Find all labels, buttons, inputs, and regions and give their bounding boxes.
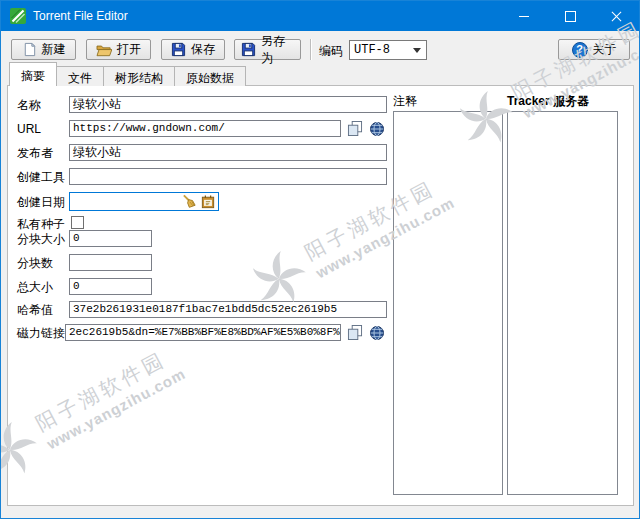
encoding-label: 编码 [319, 43, 343, 60]
clear-broom-icon[interactable] [182, 194, 197, 209]
created-date-label: 创健日期 [17, 194, 65, 210]
publisher-field[interactable]: 绿软小站 [69, 144, 387, 161]
new-document-icon [22, 42, 37, 57]
new-button-label: 新建 [42, 41, 66, 58]
about-button-label: 关于 [593, 41, 617, 58]
copy-icon [347, 325, 363, 340]
close-button[interactable] [593, 1, 639, 31]
url-label: URL [17, 121, 41, 137]
hash-field[interactable]: 37e2b261931e0187f1bac7e1bdd5dc52ec2619b5 [69, 301, 387, 318]
total-size-field[interactable]: 0 [69, 278, 152, 295]
url-copy-button[interactable] [345, 120, 364, 137]
url-field[interactable]: https://www.gndown.com/ [69, 120, 341, 137]
maximize-button[interactable] [547, 1, 593, 31]
save-button[interactable]: 保存 [161, 39, 225, 60]
tab-files[interactable]: 文件 [56, 66, 104, 86]
encoding-value: UTF-8 [354, 43, 390, 57]
comment-label: 注释 [393, 93, 417, 110]
calendar-icon[interactable] [201, 195, 215, 209]
created-date-field[interactable] [69, 192, 219, 211]
created-by-field[interactable] [69, 168, 387, 185]
minimize-button[interactable] [501, 1, 547, 31]
tab-summary[interactable]: 摘要 [9, 62, 57, 86]
copy-icon [347, 121, 363, 136]
save-as-floppy-icon [241, 42, 256, 57]
globe-icon [369, 121, 385, 137]
piece-count-field[interactable] [69, 254, 152, 271]
magnet-field[interactable]: 2ec2619b5&dn=%E7%BB%BF%E8%BD%AF%E5%B0%8F… [65, 324, 341, 341]
encoding-select[interactable]: UTF-8 [349, 40, 427, 60]
total-size-label: 总大小 [17, 279, 53, 295]
name-label: 名称 [17, 97, 41, 113]
save-button-label: 保存 [191, 41, 215, 58]
private-checkbox[interactable] [71, 216, 84, 229]
trackers-label: Tracker 服务器 [507, 93, 589, 110]
tab-raw-data[interactable]: 原始数据 [174, 66, 246, 86]
toolbar-separator [310, 39, 311, 60]
piece-size-label: 分块大小 [17, 231, 65, 247]
save-as-button-label: 另存为 [261, 33, 294, 67]
piece-size-field[interactable]: 0 [69, 230, 152, 247]
titlebar: Torrent File Editor [1, 1, 639, 31]
save-floppy-icon [171, 42, 186, 57]
open-folder-icon [96, 43, 112, 57]
app-icon [10, 8, 26, 24]
open-button[interactable]: 打开 [86, 39, 151, 60]
new-button[interactable]: 新建 [11, 39, 76, 60]
open-button-label: 打开 [117, 41, 141, 58]
magnet-copy-button[interactable] [345, 324, 364, 341]
private-label: 私有种子 [17, 216, 65, 232]
publisher-label: 发布者 [17, 145, 53, 161]
minimize-icon [519, 16, 529, 17]
globe-icon [369, 325, 385, 341]
save-as-button[interactable]: 另存为 [234, 39, 301, 60]
about-button[interactable]: ? 关于 [558, 39, 630, 60]
piece-count-label: 分块数 [17, 255, 53, 271]
hash-label: 哈希值 [17, 302, 53, 318]
magnet-open-button[interactable] [367, 324, 386, 341]
comment-box[interactable] [393, 111, 503, 495]
window-title: Torrent File Editor [33, 9, 501, 23]
magnet-label: 磁力链接 [17, 325, 65, 341]
created-by-label: 创健工具 [17, 169, 65, 185]
about-question-icon: ? [572, 42, 588, 58]
app-window: Torrent File Editor 新建 打开 保存 [0, 0, 640, 519]
close-icon [611, 11, 622, 22]
maximize-icon [565, 11, 576, 22]
tab-tree[interactable]: 树形结构 [103, 66, 175, 86]
chevron-down-icon [413, 48, 421, 53]
trackers-box[interactable] [507, 111, 618, 495]
url-open-browser-button[interactable] [367, 120, 386, 137]
name-field[interactable]: 绿软小站 [69, 96, 387, 113]
tab-bar: 摘要 文件 树形结构 原始数据 [9, 62, 245, 86]
